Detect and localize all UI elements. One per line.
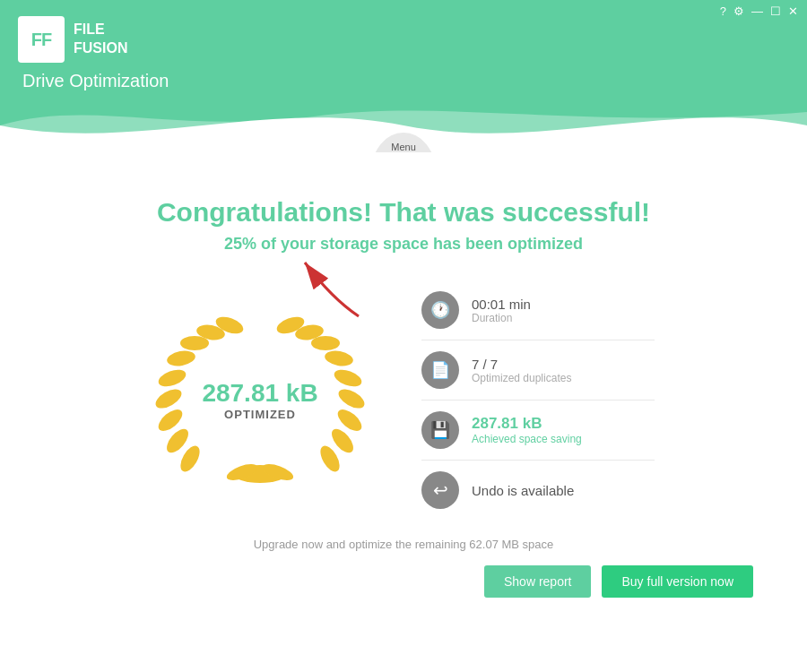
stat-row-duplicates: 📄 7 / 7 Optimized duplicates <box>421 340 655 401</box>
duplicates-value: 7 / 7 <box>472 357 571 372</box>
title-bar: ? ⚙ — ☐ ✕ <box>711 0 807 22</box>
duplicates-desc: Optimized duplicates <box>472 372 571 384</box>
stat-row-undo[interactable]: ↩ Undo is available <box>421 461 655 520</box>
stat-info-duplicates: 7 / 7 Optimized duplicates <box>472 357 571 384</box>
close-button[interactable]: ✕ <box>788 5 798 17</box>
duration-desc: Duration <box>472 312 531 324</box>
stat-row-space: 💾 287.81 kB Achieved space saving <box>421 401 655 461</box>
undo-value: Undo is available <box>472 483 574 498</box>
page-title: Drive Optimization <box>22 71 169 91</box>
svg-point-5 <box>156 366 188 390</box>
laurel-wreath: 287.81 kB OPTIMIZED <box>152 302 368 499</box>
stat-info-space: 287.81 kB Achieved space saving <box>472 415 582 445</box>
content-row: 287.81 kB OPTIMIZED 🕐 00:01 min Duration… <box>36 280 771 520</box>
stat-row-duration: 🕐 00:01 min Duration <box>421 280 655 340</box>
minimize-button[interactable]: — <box>751 5 763 17</box>
help-button[interactable]: ? <box>720 5 726 17</box>
undo-icon: ↩ <box>421 471 459 509</box>
space-value: 287.81 kB <box>472 415 582 433</box>
svg-point-4 <box>152 385 185 412</box>
stat-info-undo: Undo is available <box>472 483 574 498</box>
laurel-label: OPTIMIZED <box>202 407 317 420</box>
buy-full-version-button[interactable]: Buy full version now <box>602 565 753 598</box>
upgrade-text: Upgrade now and optimize the remaining 6… <box>36 538 771 551</box>
duration-value: 00:01 min <box>472 297 531 312</box>
congrats-title: Congratulations! That was successful! <box>36 197 771 228</box>
space-desc: Achieved space saving <box>472 433 582 445</box>
main-content: Congratulations! That was successful! 25… <box>0 152 807 672</box>
stat-info-duration: 00:01 min Duration <box>472 297 531 324</box>
show-report-button[interactable]: Show report <box>484 565 591 598</box>
logo-name: FILEFUSION <box>74 21 127 58</box>
document-icon: 📄 <box>421 351 459 389</box>
maximize-button[interactable]: ☐ <box>770 5 781 17</box>
settings-button[interactable]: ⚙ <box>733 5 744 17</box>
svg-point-15 <box>324 349 354 367</box>
logo: FF FILEFUSION <box>18 16 127 63</box>
buttons-row: Show report Buy full version now <box>36 565 771 598</box>
svg-point-14 <box>332 366 364 390</box>
logo-icon: FF <box>18 16 65 63</box>
congrats-subtitle: 25% of your storage space has been optim… <box>36 235 771 254</box>
laurel-size-value: 287.81 kB <box>202 378 317 407</box>
svg-point-6 <box>166 349 196 367</box>
storage-icon: 💾 <box>421 411 459 449</box>
laurel-text: 287.81 kB OPTIMIZED <box>202 378 317 420</box>
clock-icon: 🕐 <box>421 291 459 329</box>
svg-point-13 <box>335 385 368 412</box>
header: FF FILEFUSION Drive Optimization Menu ∧ <box>0 0 807 152</box>
menu-label: Menu <box>391 142 416 152</box>
stats-panel: 🕐 00:01 min Duration 📄 7 / 7 Optimized d… <box>421 280 655 520</box>
